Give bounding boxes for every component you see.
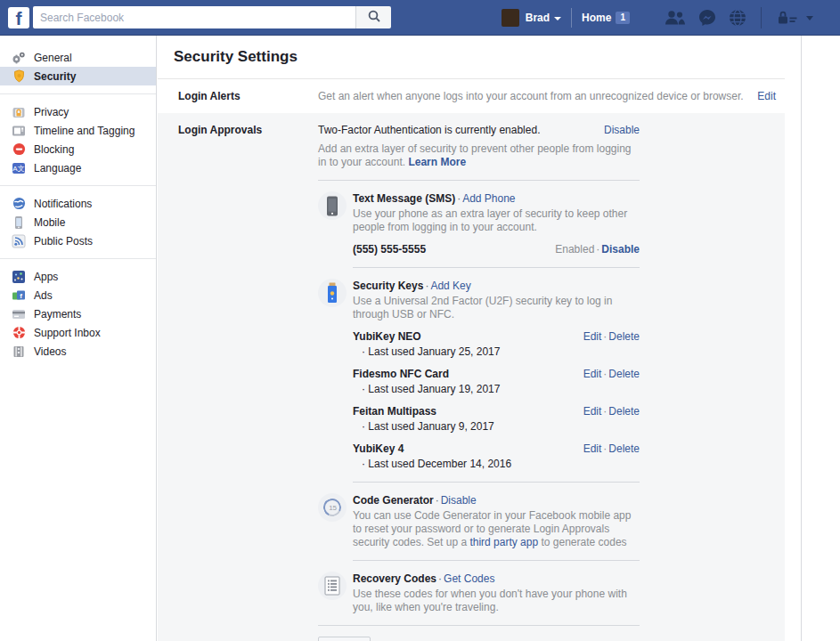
login-alerts-row: Login Alerts Get an alert when anyone lo… [158,78,785,113]
key-delete-link[interactable]: Delete [608,368,640,380]
security-badge-icon [12,69,26,84]
phone-row: (555) 555-5555 Enabled·Disable [353,243,640,256]
topbar-divider [571,8,572,28]
sidebar-item[interactable]: Support Inbox [0,323,156,342]
two-factor-disable-link[interactable]: Disable [604,124,640,137]
notifications-globe-icon[interactable] [729,9,746,27]
sidebar-item-label: Public Posts [34,235,93,247]
key-name: Feitan Multipass [353,405,494,418]
sidebar-item-label: Security [34,70,76,83]
sidebar-item[interactable]: f Ads [0,286,156,304]
page-border [801,36,802,641]
code-generator-disable-link[interactable]: Disable [441,494,477,507]
login-approvals-description: Add an extra layer of security to preven… [318,142,640,169]
security-keys-description: Use a Universal 2nd Factor (U2F) securit… [353,295,640,321]
profile-caret-icon[interactable] [554,17,561,20]
videos-filmstrip-icon [12,345,26,359]
two-factor-status-row: Two-Factor Authentication is currently e… [318,124,640,137]
learn-more-link[interactable]: Learn More [408,156,466,168]
security-keys-title: Security Keys [353,280,423,292]
security-key-row: Feitan Multipass · Last used January 9, … [353,405,640,434]
privacy-lock-icon [12,105,26,119]
sms-disable-link[interactable]: Disable [601,243,640,256]
key-last-used: · Last used January 19, 2017 [353,383,500,396]
timeline-icon [12,124,26,138]
avatar[interactable] [502,9,519,27]
key-edit-link[interactable]: Edit [583,368,602,380]
privacy-shortcuts-icon[interactable] [778,10,797,25]
account-menu-caret-icon[interactable] [806,16,813,20]
sidebar-item[interactable]: Privacy [0,102,156,121]
messenger-icon[interactable] [698,9,716,27]
key-name: YubiKey NEO [353,330,500,344]
two-factor-status: Two-Factor Authentication is currently e… [318,124,540,137]
sms-description: Use your phone as an extra layer of secu… [353,207,640,234]
sidebar-item[interactable]: Timeline and Tagging [0,121,156,140]
sidebar-item-label: Language [34,162,81,174]
close-button[interactable]: Close [318,637,371,641]
topbar-right: Brad Home 1 [502,7,813,28]
sidebar-item-label: Mobile [34,216,65,229]
sidebar-divider [0,185,156,186]
svg-text:f: f [20,291,22,299]
add-phone-link[interactable]: Add Phone [462,192,515,205]
sidebar-item[interactable]: A文 Language [0,158,156,177]
sms-enabled-status: Enabled [555,243,594,256]
key-last-used: · Last used January 25, 2017 [353,345,500,359]
usb-key-icon [318,279,347,307]
sidebar-item-label: Support Inbox [34,327,101,339]
security-keys-list: YubiKey NEO · Last used January 25, 2017… [353,330,640,471]
sidebar-item[interactable]: Apps [0,267,156,286]
key-delete-link[interactable]: Delete [608,442,640,455]
magnifier-icon [368,10,380,25]
profile-link[interactable]: Brad [526,12,550,24]
sidebar-item[interactable]: Blocking [0,140,156,158]
support-lifering-icon [12,326,26,340]
sidebar-item[interactable]: Security [0,67,156,85]
sidebar-item[interactable]: Videos [0,342,156,361]
login-alerts-description: Get an alert when anyone logs into your … [318,90,748,102]
divider [353,560,640,561]
divider [353,482,640,483]
key-edit-link[interactable]: Edit [583,330,602,343]
add-key-link[interactable]: Add Key [430,280,470,292]
sidebar-item[interactable]: General [0,48,156,67]
search-button[interactable] [355,6,391,28]
recovery-codes-title: Recovery Codes [353,572,436,585]
friend-requests-icon[interactable] [664,10,686,26]
login-alerts-label: Login Alerts [158,90,318,102]
login-approvals-label: Login Approvals [158,124,318,641]
sidebar-item[interactable]: Mobile [0,213,156,231]
code-generator-icon: 15 [318,493,347,522]
security-key-row: Fidesmo NFC Card · Last used January 19,… [353,368,640,396]
divider [318,625,640,626]
security-key-row: YubiKey NEO · Last used January 25, 2017… [353,330,640,359]
sidebar-item-label: Blocking [34,143,74,156]
search-input[interactable] [33,6,355,28]
facebook-logo[interactable]: f [8,7,29,28]
code-generator-subsection: 15 Code Generator·Disable You can use Co… [318,493,640,561]
sidebar-divider [0,93,156,94]
key-edit-link[interactable]: Edit [583,442,602,455]
facebook-logo-letter: f [16,8,22,28]
key-delete-link[interactable]: Delete [608,330,640,343]
apps-icon [12,270,26,284]
login-alerts-edit-link[interactable]: Edit [757,90,776,102]
sidebar-item[interactable]: Notifications [0,194,156,213]
blocking-icon [12,142,26,157]
sidebar-item-label: Timeline and Tagging [34,125,135,137]
security-keys-subsection: Security Keys·Add Key Use a Universal 2n… [318,279,640,483]
sidebar-item[interactable]: Payments [0,304,156,323]
key-edit-link[interactable]: Edit [583,405,602,418]
rss-icon [12,234,26,248]
key-delete-link[interactable]: Delete [608,405,640,418]
get-codes-link[interactable]: Get Codes [444,572,494,585]
third-party-app-link[interactable]: third party app [469,536,538,548]
search-bar [33,6,391,28]
sidebar-item[interactable]: Public Posts [0,231,156,250]
page-title: Security Settings [174,48,785,66]
key-last-used: · Last used January 9, 2017 [353,420,494,434]
home-link[interactable]: Home [582,12,611,24]
recovery-codes-description: Use these codes for when you don't have … [353,588,640,614]
settings-sidebar: General Security Privacy Timeline and Ta… [0,36,157,641]
